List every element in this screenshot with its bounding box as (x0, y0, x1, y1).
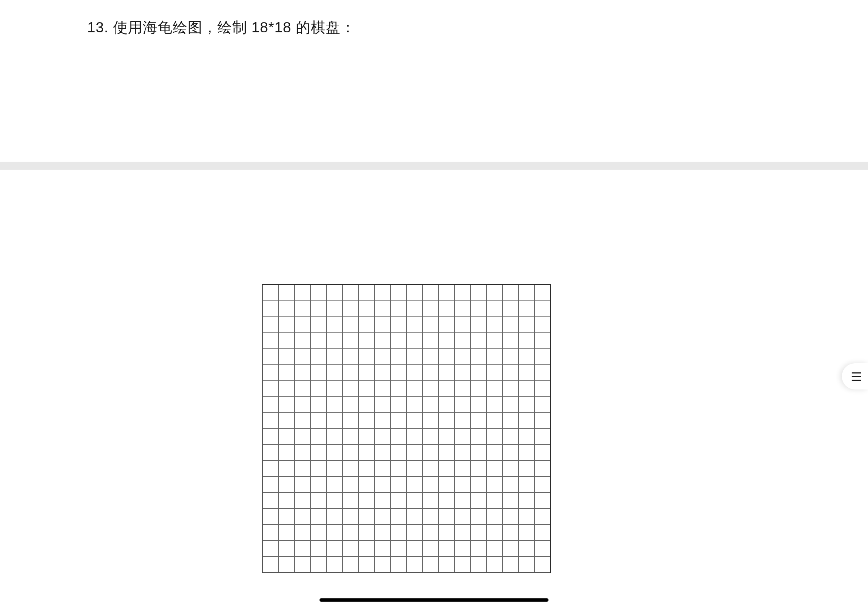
grid-cell (391, 509, 406, 525)
grid-cell (391, 285, 406, 301)
grid-cell (343, 413, 358, 429)
grid-cell (326, 541, 343, 557)
grid-cell (422, 381, 439, 397)
grid-cell (406, 557, 422, 573)
grid-cell (310, 301, 326, 317)
grid-cell (422, 509, 439, 525)
grid-cell (391, 317, 406, 333)
grid-cell (310, 541, 326, 557)
grid-cell (502, 461, 518, 477)
grid-cell (294, 461, 310, 477)
grid-cell (391, 541, 406, 557)
grid-cell (534, 333, 550, 349)
grid-cell (278, 365, 294, 381)
grid-cell (534, 397, 550, 413)
grid-cell (534, 445, 550, 461)
grid-cell (470, 285, 486, 301)
grid-cell (374, 381, 391, 397)
grid-cell (534, 461, 550, 477)
grid-cell (294, 349, 310, 365)
grid-cell (294, 429, 310, 445)
grid-cell (470, 525, 486, 541)
grid-cell (406, 301, 422, 317)
grid-cell (422, 365, 439, 381)
grid-cell (358, 365, 374, 381)
grid-cell (326, 317, 343, 333)
grid-cell (391, 557, 406, 573)
grid-cell (294, 413, 310, 429)
grid-cell (374, 397, 391, 413)
question-body: 使用海龟绘图，绘制 18*18 的棋盘： (113, 19, 355, 35)
grid-cell (343, 397, 358, 413)
grid-cell (470, 397, 486, 413)
grid-cell (343, 333, 358, 349)
grid-cell (422, 413, 439, 429)
grid-cell (374, 445, 391, 461)
grid-cell (358, 541, 374, 557)
grid-cell (262, 509, 278, 525)
grid-cell (278, 477, 294, 493)
grid-cell (486, 477, 502, 493)
grid-cell (326, 557, 343, 573)
grid-cell (278, 413, 294, 429)
floating-menu-button[interactable] (842, 363, 868, 390)
grid-cell (502, 285, 518, 301)
grid-cell (310, 445, 326, 461)
grid-cell (358, 461, 374, 477)
grid-cell (343, 557, 358, 573)
grid-cell (343, 493, 358, 509)
grid-cell (518, 477, 534, 493)
grid-cell (310, 493, 326, 509)
grid-cell (278, 493, 294, 509)
grid-cell (502, 397, 518, 413)
grid-cell (454, 557, 470, 573)
chessboard-container (262, 284, 551, 573)
grid-cell (326, 461, 343, 477)
grid-cell (391, 301, 406, 317)
grid-cell (326, 285, 343, 301)
grid-cell (278, 541, 294, 557)
grid-cell (294, 301, 310, 317)
grid-cell (310, 381, 326, 397)
grid-cell (439, 381, 454, 397)
grid-cell (502, 445, 518, 461)
grid-cell (422, 317, 439, 333)
grid-cell (518, 493, 534, 509)
grid-cell (391, 397, 406, 413)
grid-cell (406, 445, 422, 461)
grid-cell (310, 413, 326, 429)
grid-cell (406, 365, 422, 381)
grid-cell (294, 365, 310, 381)
grid-cell (294, 509, 310, 525)
grid-cell (486, 381, 502, 397)
grid-cell (534, 285, 550, 301)
grid-cell (294, 381, 310, 397)
grid-cell (374, 301, 391, 317)
grid-cell (262, 493, 278, 509)
grid-cell (454, 429, 470, 445)
grid-cell (518, 397, 534, 413)
grid-cell (422, 349, 439, 365)
grid-cell (343, 349, 358, 365)
grid-cell (422, 477, 439, 493)
grid-cell (534, 381, 550, 397)
grid-cell (439, 397, 454, 413)
page-bottom-section (0, 170, 868, 606)
grid-cell (454, 461, 470, 477)
grid-cell (262, 445, 278, 461)
grid-cell (406, 541, 422, 557)
grid-cell (534, 349, 550, 365)
grid-cell (294, 493, 310, 509)
grid-cell (294, 445, 310, 461)
grid-cell (358, 381, 374, 397)
grid-cell (534, 429, 550, 445)
grid-cell (343, 365, 358, 381)
grid-cell (294, 541, 310, 557)
grid-cell (343, 285, 358, 301)
grid-cell (502, 509, 518, 525)
grid-cell (358, 477, 374, 493)
grid-cell (486, 445, 502, 461)
grid-cell (278, 349, 294, 365)
grid-cell (262, 525, 278, 541)
grid-cell (262, 349, 278, 365)
